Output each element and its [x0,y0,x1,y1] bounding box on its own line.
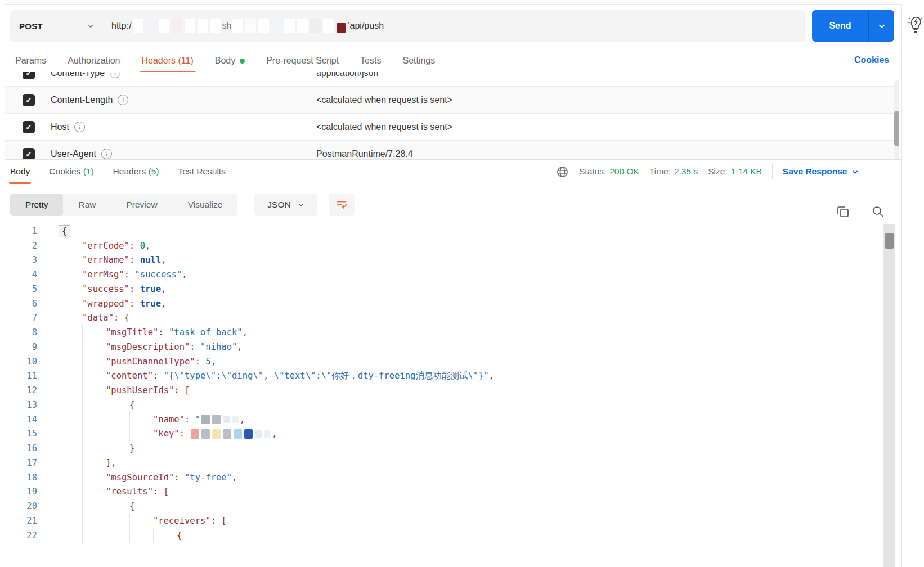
indent-guide [106,528,129,543]
format-select[interactable]: JSON [254,194,317,216]
request-tab-headers-11[interactable]: Headers (11) [142,56,194,66]
redacted-value [200,415,240,424]
indent-guide [82,441,106,456]
json-key: "name" [153,415,185,425]
indent-guide [59,325,82,340]
indent-guide [59,485,82,500]
code-line: 21"receivers": [ [5,514,882,528]
lightbulb-bolt-icon[interactable] [907,14,924,36]
copy-response-button[interactable] [836,205,850,218]
view-tab-raw[interactable]: Raw [63,194,111,216]
indent-guide [82,485,106,500]
response-divider [5,159,901,160]
line-number: 13 [5,400,37,410]
fold-marker[interactable]: { [59,225,70,237]
send-button[interactable]: Send [812,10,894,42]
header-checkbox[interactable]: ✓ [23,148,35,160]
code-line: 20{ [5,499,882,514]
indent-guide [82,398,106,412]
url-redacted-block [198,19,208,33]
json-key: "errMsg" [82,269,124,280]
indent-guide [82,427,106,442]
response-tab-body[interactable]: Body [10,166,30,177]
info-icon[interactable]: i [74,122,85,132]
json-key: "success" [82,284,129,294]
indent-guide [82,456,106,470]
indent-guide [59,528,82,543]
time-label: Time: [649,166,671,177]
globe-icon[interactable] [556,165,569,178]
url-redacted-blocks [132,19,222,33]
redacted-value [190,429,272,439]
request-tab-authorization[interactable]: Authorization [68,56,120,66]
request-tab-params[interactable]: Params [15,56,46,66]
save-response-button[interactable]: Save Response [783,166,859,177]
view-tab-visualize[interactable]: Visualize [173,194,238,216]
info-icon[interactable]: i [118,94,128,105]
info-icon[interactable]: i [101,148,112,159]
response-tab-headers[interactable]: Headers (5) [113,166,159,177]
code-line: 18"msgSourceId": "ty-free", [5,470,882,485]
line-number: 15 [5,429,37,439]
url-input[interactable]: http:/ sh 'api/push [102,19,805,33]
request-tab-body[interactable]: Body [215,56,245,66]
send-label: Send [812,10,868,42]
search-response-button[interactable] [871,205,885,218]
header-checkbox[interactable]: ✓ [23,94,35,106]
chevron-down-icon [878,22,886,30]
json-punc: : [174,472,185,483]
table-scrollbar[interactable] [894,80,899,159]
view-tab-preview[interactable]: Preview [111,194,173,216]
indent-guide [59,354,82,369]
line-number: 11 [5,371,37,381]
wrap-text-button[interactable] [329,194,355,216]
response-body-json[interactable]: 1{2"errCode": 0,3"errName": null,4"errMs… [5,224,882,567]
info-icon[interactable]: i [110,72,120,78]
redacted-block [201,415,210,424]
header-checkbox[interactable]: ✓ [23,72,35,79]
header-value: <calculated when request is sent> [308,114,575,140]
code-scrollbar[interactable] [883,224,895,567]
tabs-divider [5,71,901,71]
response-tabs: BodyCookies (1)Headers (5)Test Results [10,164,226,179]
view-tab-pretty[interactable]: Pretty [10,194,63,216]
code-line: 15"key": , [5,427,882,442]
code-line: 17], [5,456,882,470]
code-line: 11"content": "{\"type\":\"ding\", \"text… [5,369,882,384]
url-redacted-block [185,19,195,33]
json-punc: , [237,342,242,352]
send-options-caret[interactable] [869,10,894,42]
code-scrollbar-thumb[interactable] [885,233,894,249]
header-checkbox[interactable]: ✓ [23,121,35,133]
json-punc: : [195,357,206,367]
header-key: User-Agent [51,149,96,159]
json-num: 0 [140,241,145,251]
request-tabs: ParamsAuthorizationHeaders (11)BodyPre-r… [15,52,435,70]
code-line: 9"msgDescription": "nihao", [5,340,882,354]
table-scrollbar-thumb[interactable] [894,111,899,146]
status-label: Status: [579,166,606,177]
request-tab-tests[interactable]: Tests [360,56,381,66]
request-tab-settings[interactable]: Settings [402,56,435,66]
code-line: 13{ [5,398,882,412]
url-redacted-block [284,19,295,33]
json-punc: , [243,327,248,338]
json-key: "msgDescription" [106,342,190,352]
code-line: 22{ [5,528,882,543]
request-tab-pre-request-script[interactable]: Pre-request Script [266,56,339,66]
json-punc: , [145,241,150,251]
url-redacted-blocks [231,19,335,33]
json-punc: , [161,255,166,265]
indent-guide [59,238,82,253]
redacted-block [264,430,271,438]
method-select[interactable]: POST [10,10,102,42]
redacted-block [212,415,221,424]
json-key: "wrapped" [82,299,129,309]
indent-guide [59,383,82,398]
json-key: "pushUserIds" [106,385,174,395]
json-punc: : [180,429,190,439]
cookies-link[interactable]: Cookies [854,55,889,65]
json-key: "msgTitle" [106,327,158,338]
response-tab-cookies[interactable]: Cookies (1) [49,166,93,177]
response-tab-test-results[interactable]: Test Results [178,166,225,177]
